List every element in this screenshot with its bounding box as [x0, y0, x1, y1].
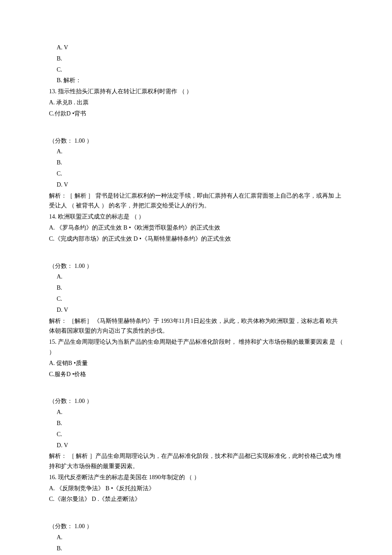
q12-option-a: A. V	[49, 43, 343, 53]
q13-score: （分数： 1.00 ）	[49, 136, 343, 146]
q13-option-c: C.	[49, 169, 343, 179]
q15-option-d: D. V	[49, 440, 343, 451]
q13-option-a: A.	[49, 147, 343, 157]
q14-stem: 14. 欧洲联盟正式成立的标志是 （ ）	[49, 212, 343, 222]
q12-option-b: B.	[49, 54, 343, 64]
q16-stem: 16. 现代反垄断法产生的标志是美国在 1890年制定的 （ ）	[49, 472, 343, 483]
q13-option-d: D. V	[49, 180, 343, 190]
q15-option-b: B.	[49, 418, 343, 428]
q14-score: （分数： 1.00 ）	[49, 261, 343, 271]
q14-options-line1: A. 《罗马条约》的正式生效 B •《欧洲货币联盟条约》的正式生效	[49, 223, 343, 233]
q14-analysis: 解析： ［解析］ 《马斯特里赫特条约》于 1993年11月1日起生效，从此，欧共…	[49, 316, 343, 336]
q14-options-line2: C.《完成内部市场》的正式生效 D •《马斯特里赫特条约》的正式生效	[49, 234, 343, 244]
q14-option-a: A.	[49, 272, 343, 282]
q15-option-a: A.	[49, 407, 343, 417]
q16-options-line2: C.《谢尔曼法》 D .《禁止垄断法》	[49, 494, 343, 504]
q16-option-b: B.	[49, 543, 343, 554]
q12-answer-label: B. 解析：	[49, 75, 343, 86]
q16-option-a: A.	[49, 532, 343, 543]
q12-option-c: C.	[49, 65, 343, 75]
q14-option-c: C.	[49, 294, 343, 304]
q15-options-line2: C.服务D •价格	[49, 369, 343, 380]
q16-score: （分数： 1.00 ）	[49, 521, 343, 532]
q15-score: （分数： 1.00 ）	[49, 396, 343, 406]
q13-stem: 13. 指示性抬头汇票持有人在转让汇票权利时需作 （ ）	[49, 86, 343, 97]
q15-stem: 15. 产品生命周期理论认为当新产品的生命周期处于产品标准化阶段时， 维持和扩大…	[49, 337, 343, 357]
q15-option-c: C.	[49, 429, 343, 440]
q16-options-line1: A. 《反限制竞争法》 B •《反托拉斯法》	[49, 483, 343, 494]
q13-analysis: 解析：［ 解析 ］ 背书是转让汇票权利的一种法定手续，即由汇票持有人在汇票背面签…	[49, 191, 343, 211]
q15-analysis: 解析： ［ 解析 ］产品生命周期理论认为，在产品标准化阶段，技术和产品都已实现标…	[49, 451, 343, 472]
q15-options-line1: A. 促销B •质量	[49, 358, 343, 368]
q13-options-line1: A. 承兑B . 出票	[49, 98, 343, 108]
q14-option-d: D. V	[49, 305, 343, 315]
q13-option-b: B.	[49, 158, 343, 168]
q14-option-b: B.	[49, 283, 343, 293]
q13-options-line2: C.付款D •背书	[49, 109, 343, 119]
